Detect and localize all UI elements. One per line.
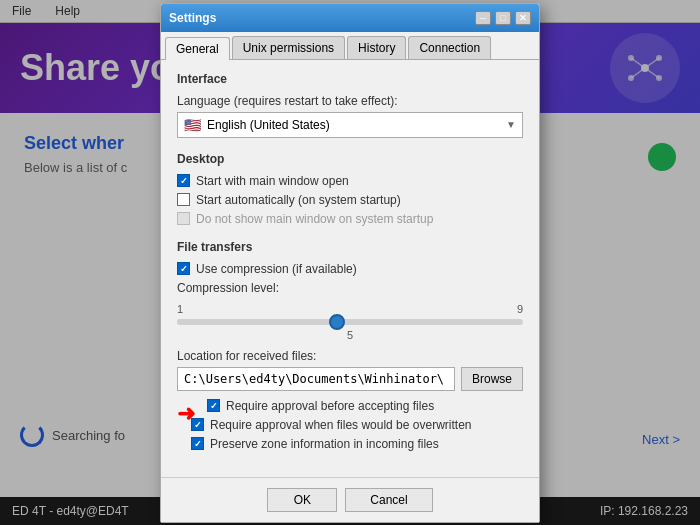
settings-dialog: Settings ─ □ ✕ General Unix permissions …: [160, 3, 540, 523]
location-input[interactable]: [177, 367, 455, 391]
checkbox-use-compression-label: Use compression (if available): [196, 262, 357, 276]
file-transfers-label: File transfers: [177, 240, 523, 254]
us-flag-icon: 🇺🇸: [184, 117, 201, 133]
language-field-label: Language (requires restart to take effec…: [177, 94, 523, 108]
language-select-text: 🇺🇸 English (United States): [184, 117, 330, 133]
minimize-button[interactable]: ─: [475, 11, 491, 25]
checkbox-zone-info-label: Preserve zone information in incoming fi…: [210, 437, 439, 451]
desktop-section: Desktop Start with main window open Star…: [177, 152, 523, 226]
checkbox-start-auto-box[interactable]: [177, 193, 190, 206]
checkbox-no-show: Do not show main window on system startu…: [177, 212, 523, 226]
checkbox-zone-info[interactable]: Preserve zone information in incoming fi…: [191, 437, 523, 451]
interface-section: Interface Language (requires restart to …: [177, 72, 523, 138]
slider-labels: 1 9: [177, 303, 523, 315]
interface-label: Interface: [177, 72, 523, 86]
dialog-body: Interface Language (requires restart to …: [161, 60, 539, 477]
file-transfers-section: File transfers Use compression (if avail…: [177, 240, 523, 451]
maximize-button[interactable]: □: [495, 11, 511, 25]
language-select[interactable]: 🇺🇸 English (United States) ▼: [177, 112, 523, 138]
checkbox-zone-info-box[interactable]: [191, 437, 204, 450]
checkbox-start-main[interactable]: Start with main window open: [177, 174, 523, 188]
browse-button[interactable]: Browse: [461, 367, 523, 391]
slider-max-label: 9: [517, 303, 523, 315]
slider-thumb[interactable]: [329, 314, 345, 330]
slider-fill: [177, 319, 333, 325]
checkbox-no-show-box: [177, 212, 190, 225]
checkbox-start-auto-label: Start automatically (on system startup): [196, 193, 401, 207]
compression-level-label: Compression level:: [177, 281, 523, 295]
checkbox-use-compression-box[interactable]: [177, 262, 190, 275]
checkbox-use-compression[interactable]: Use compression (if available): [177, 262, 523, 276]
ok-button[interactable]: OK: [267, 488, 337, 512]
dialog-tabs: General Unix permissions History Connect…: [161, 32, 539, 60]
tab-unix[interactable]: Unix permissions: [232, 36, 345, 59]
desktop-label: Desktop: [177, 152, 523, 166]
dialog-footer: OK Cancel: [161, 477, 539, 522]
location-row: Browse: [177, 367, 523, 391]
checkbox-overwrite-approval[interactable]: Require approval when files would be ove…: [191, 418, 523, 432]
checkbox-require-approval-container: ➜ Require approval before accepting file…: [207, 399, 523, 413]
slider-min-label: 1: [177, 303, 183, 315]
tab-history[interactable]: History: [347, 36, 406, 59]
tab-general[interactable]: General: [165, 37, 230, 60]
checkbox-overwrite-approval-label: Require approval when files would be ove…: [210, 418, 471, 432]
dropdown-arrow-icon: ▼: [506, 119, 516, 130]
tab-connection[interactable]: Connection: [408, 36, 491, 59]
location-label: Location for received files:: [177, 349, 523, 363]
checkbox-require-approval-label: Require approval before accepting files: [226, 399, 434, 413]
cancel-button[interactable]: Cancel: [345, 488, 432, 512]
language-value: English (United States): [207, 118, 330, 132]
modal-overlay: Settings ─ □ ✕ General Unix permissions …: [0, 0, 700, 525]
dialog-title: Settings: [169, 11, 216, 25]
checkbox-start-main-label: Start with main window open: [196, 174, 349, 188]
checkbox-no-show-label: Do not show main window on system startu…: [196, 212, 433, 226]
close-button[interactable]: ✕: [515, 11, 531, 25]
slider-value: 5: [177, 329, 523, 341]
checkbox-start-auto[interactable]: Start automatically (on system startup): [177, 193, 523, 207]
checkbox-require-approval-box[interactable]: [207, 399, 220, 412]
slider-track[interactable]: [177, 319, 523, 325]
dialog-titlebar: Settings ─ □ ✕: [161, 4, 539, 32]
titlebar-buttons: ─ □ ✕: [475, 11, 531, 25]
red-arrow-icon: ➜: [177, 401, 195, 427]
compression-slider-container: 1 9 5: [177, 299, 523, 349]
checkbox-start-main-box[interactable]: [177, 174, 190, 187]
checkbox-require-approval[interactable]: Require approval before accepting files: [207, 399, 523, 413]
